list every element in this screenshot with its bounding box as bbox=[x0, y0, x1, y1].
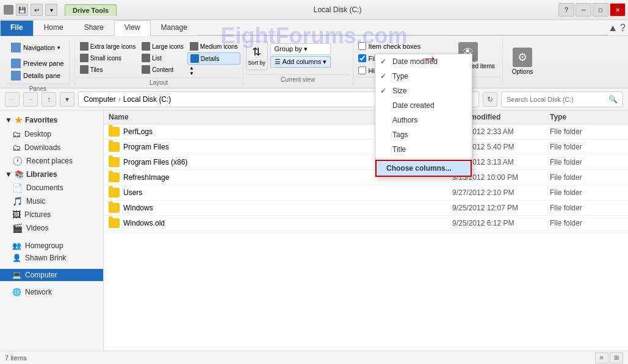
sidebar-item-network[interactable]: 🌐 Network bbox=[0, 286, 103, 298]
layout-group: Extra large icons Small icons Tiles bbox=[78, 41, 240, 76]
help-button[interactable]: ? bbox=[558, 3, 574, 16]
details-pane-button[interactable]: Details pane bbox=[9, 70, 67, 81]
sidebar-item-videos[interactable]: 🎬 Videos bbox=[0, 221, 103, 235]
file-name: Program Files (x86) bbox=[123, 158, 187, 166]
dropdown-tags[interactable]: Tags bbox=[375, 127, 472, 142]
table-row[interactable]: Windows 9/25/2012 12:07 PM File folder bbox=[104, 201, 628, 216]
tiles-btn[interactable]: Tiles bbox=[78, 64, 138, 75]
sidebar-item-shawn[interactable]: 👤 Shawn Brink bbox=[0, 252, 103, 264]
table-row[interactable]: Windows.old 9/25/2012 6:12 PM File folde… bbox=[104, 216, 628, 231]
quick-access-undo[interactable]: ↩ bbox=[31, 4, 43, 16]
tab-view[interactable]: View bbox=[114, 20, 151, 36]
current-view-label: Current view bbox=[246, 74, 350, 83]
hidden-items-checkbox[interactable] bbox=[358, 66, 366, 74]
tab-file[interactable]: File bbox=[0, 20, 34, 36]
preview-pane-label: Preview pane bbox=[23, 60, 64, 67]
current-view-group: ⇅ Sort by Group by ▾ ☰ Add columns ▾ bbox=[246, 41, 350, 73]
layout-col1: Extra large icons Small icons Tiles bbox=[78, 41, 138, 76]
preview-pane-button[interactable]: Preview pane bbox=[9, 58, 67, 69]
medium-label: Medium icons bbox=[200, 43, 238, 50]
file-name: Program Files bbox=[123, 143, 169, 151]
tab-home[interactable]: Home bbox=[34, 20, 74, 35]
sidebar-spacer3 bbox=[0, 281, 103, 286]
table-row[interactable]: RefreshImage 9/13/2012 10:00 PM File fol… bbox=[104, 170, 628, 185]
dropdown-type[interactable]: ✓ Type bbox=[375, 69, 472, 84]
dropdown-size[interactable]: ✓ Size bbox=[375, 84, 472, 98]
ribbon-help[interactable]: ? bbox=[620, 23, 626, 34]
desktop-folder-icon: 🗂 bbox=[12, 129, 21, 139]
sidebar-item-computer[interactable]: 💻 Computer bbox=[0, 269, 103, 281]
details-view-status-btn[interactable]: ≡ bbox=[595, 352, 608, 363]
sidebar-item-desktop[interactable]: 🗂 Desktop bbox=[0, 127, 103, 141]
quick-access-save[interactable]: 💾 bbox=[16, 4, 28, 16]
search-icon[interactable]: 🔍 bbox=[608, 95, 618, 104]
large-view-status-btn[interactable]: ⊞ bbox=[610, 352, 623, 363]
size-label: Size bbox=[392, 87, 406, 95]
back-button[interactable]: ← bbox=[5, 92, 20, 107]
downloads-label: Downloads bbox=[24, 143, 60, 152]
list-btn[interactable]: List bbox=[139, 52, 186, 63]
breadcrumb-computer[interactable]: Computer bbox=[84, 95, 116, 104]
dropdown-choose-columns[interactable]: Choose columns... bbox=[375, 160, 472, 177]
details-btn[interactable]: Details bbox=[187, 52, 240, 65]
tab-manage[interactable]: Manage bbox=[151, 20, 198, 35]
refresh-button[interactable]: ↻ bbox=[483, 92, 497, 107]
file-name: Users bbox=[123, 188, 142, 197]
sort-by-button[interactable]: ⇅ Sort by bbox=[246, 41, 268, 70]
forward-button[interactable]: → bbox=[23, 92, 38, 107]
authors-label: Authors bbox=[392, 116, 417, 124]
ribbon-collapse[interactable]: ▲ bbox=[608, 23, 618, 34]
sidebar-item-music[interactable]: 🎵 Music bbox=[0, 194, 103, 208]
sidebar-item-homegroup[interactable]: 👥 Homegroup bbox=[0, 240, 103, 252]
layout-scroll[interactable]: ▲ ▼ bbox=[187, 65, 196, 76]
maximize-button[interactable]: □ bbox=[593, 3, 608, 16]
dropdown-separator bbox=[375, 158, 472, 159]
folder-icon bbox=[109, 188, 120, 198]
content-btn[interactable]: Content bbox=[139, 64, 186, 75]
table-row[interactable]: Users 9/27/2012 2:10 PM File folder bbox=[104, 185, 628, 201]
quick-access-dropdown[interactable]: ▾ bbox=[45, 4, 57, 16]
homegroup-label: Homegroup bbox=[25, 241, 63, 250]
dropdown-date-created[interactable]: Date created bbox=[375, 98, 472, 113]
sort-icon: ⇅ bbox=[252, 45, 261, 59]
column-type-header[interactable]: Type bbox=[550, 113, 623, 121]
table-row[interactable]: Program Files (x86) 7/26/2012 3:13 AM Fi… bbox=[104, 155, 628, 170]
sidebar-item-documents[interactable]: 📄 Documents bbox=[0, 181, 103, 194]
item-checkboxes-checkbox[interactable] bbox=[358, 42, 366, 50]
group-by-button[interactable]: Group by ▾ bbox=[270, 43, 331, 55]
tiles-icon bbox=[80, 65, 88, 74]
file-name: Windows.old bbox=[123, 219, 165, 227]
small-icons-btn[interactable]: Small icons bbox=[78, 52, 138, 63]
add-columns-label: Add columns ▾ bbox=[283, 58, 327, 66]
tab-share[interactable]: Share bbox=[74, 20, 114, 35]
table-row[interactable]: Program Files 9/25/2012 5:40 PM File fol… bbox=[104, 140, 628, 155]
shawn-label: Shawn Brink bbox=[25, 254, 66, 262]
breadcrumb-localdisk[interactable]: Local Disk (C:) bbox=[123, 95, 171, 104]
minimize-button[interactable]: ─ bbox=[576, 3, 591, 16]
sidebar-item-recent[interactable]: 🕐 Recent places bbox=[0, 154, 103, 168]
title-label: Title bbox=[392, 145, 406, 154]
up-button[interactable]: ↑ bbox=[42, 92, 56, 107]
view-controls: Group by ▾ ☰ Add columns ▾ bbox=[270, 43, 331, 68]
table-row[interactable]: PerfLogs 7/26/2012 2:33 AM File folder bbox=[104, 124, 628, 140]
status-bar: 7 items ≡ ⊞ bbox=[0, 351, 628, 364]
file-extensions-checkbox[interactable] bbox=[358, 54, 366, 62]
dropdown-authors[interactable]: Authors bbox=[375, 113, 472, 127]
search-input[interactable] bbox=[507, 96, 608, 103]
large-icons-btn[interactable]: Large icons bbox=[139, 41, 186, 52]
folder-icon bbox=[109, 157, 120, 167]
dropdown-title[interactable]: Title bbox=[375, 142, 472, 157]
options-button[interactable]: ⚙ Options bbox=[508, 45, 537, 77]
recent-locations-button[interactable]: ▾ bbox=[60, 92, 74, 107]
navigation-pane-button[interactable]: Navigation ▾ bbox=[9, 42, 67, 53]
add-columns-button[interactable]: ☰ Add columns ▾ bbox=[270, 56, 331, 68]
sidebar-item-pictures[interactable]: 🖼 Pictures bbox=[0, 208, 103, 221]
extra-large-icons-btn[interactable]: Extra large icons bbox=[78, 41, 138, 52]
drive-tools-tab[interactable]: Drive Tools bbox=[65, 4, 117, 16]
sidebar-item-downloads[interactable]: 🗂 Downloads bbox=[0, 141, 103, 154]
list-label: List bbox=[152, 55, 162, 62]
details-icon bbox=[11, 71, 21, 80]
sidebar: ▼ ★ Favorites 🗂 Desktop 🗂 Downloads 🕐 Re… bbox=[0, 110, 104, 351]
close-button[interactable]: ✕ bbox=[610, 3, 626, 16]
medium-icons-btn[interactable]: Medium icons bbox=[187, 41, 240, 52]
